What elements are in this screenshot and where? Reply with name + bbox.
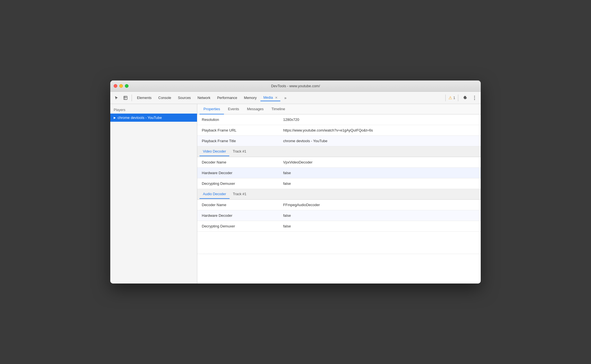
toolbar: Elements Console Sources Network Perform… bbox=[110, 92, 481, 104]
sidebar-item-label: chrome devtools - YouTube bbox=[118, 116, 162, 120]
table-row: Decoder Name VpxVideoDecoder bbox=[197, 157, 481, 168]
prop-value-vd-name: VpxVideoDecoder bbox=[279, 158, 481, 167]
tab-performance[interactable]: Performance bbox=[214, 95, 240, 101]
table-row: Decrypting Demuxer false bbox=[197, 221, 481, 232]
svg-point-2 bbox=[474, 97, 475, 98]
tab-video-track1[interactable]: Track #1 bbox=[229, 147, 249, 156]
prop-value-ad-name: FFmpegAudioDecoder bbox=[279, 200, 481, 209]
video-decoder-section-header: Video Decoder Track #1 bbox=[197, 146, 481, 157]
empty-row-1 bbox=[197, 232, 481, 254]
tab-media[interactable]: Media ✕ bbox=[260, 95, 280, 101]
audio-decoder-section-header: Audio Decoder Track #1 bbox=[197, 189, 481, 200]
more-options-button[interactable] bbox=[471, 94, 478, 102]
table-row: Decrypting Demuxer false bbox=[197, 178, 481, 189]
maximize-button[interactable] bbox=[125, 84, 129, 88]
svg-point-3 bbox=[474, 99, 475, 100]
traffic-lights bbox=[114, 84, 129, 88]
table-row: Hardware Decoder false bbox=[197, 168, 481, 178]
tab-messages[interactable]: Messages bbox=[243, 104, 267, 114]
toolbar-divider-1 bbox=[132, 95, 132, 101]
svg-point-1 bbox=[474, 96, 475, 96]
sidebar-item-youtube[interactable]: ▶ chrome devtools - YouTube bbox=[110, 114, 197, 122]
cursor-icon bbox=[114, 96, 119, 100]
toolbar-divider-2 bbox=[445, 95, 446, 101]
close-media-tab-icon[interactable]: ✕ bbox=[275, 96, 278, 99]
expand-triangle-icon: ▶ bbox=[114, 116, 116, 119]
table-row: Decoder Name FFmpegAudioDecoder bbox=[197, 200, 481, 210]
warning-icon: ⚠ bbox=[448, 95, 452, 100]
table-row: Playback Frame URL https://www.youtube.c… bbox=[197, 125, 481, 136]
tab-audio-decoder[interactable]: Audio Decoder bbox=[200, 190, 230, 199]
svg-rect-0 bbox=[124, 96, 127, 100]
tab-properties[interactable]: Properties bbox=[200, 104, 224, 114]
prop-key-ad-demux: Decrypting Demuxer bbox=[197, 222, 279, 231]
tab-memory[interactable]: Memory bbox=[241, 95, 259, 101]
prop-key-playback-title: Playback Frame Title bbox=[197, 136, 279, 146]
tab-events[interactable]: Events bbox=[224, 104, 243, 114]
window-title: DevTools - www.youtube.com/ bbox=[271, 84, 320, 88]
prop-key-playback-url: Playback Frame URL bbox=[197, 126, 279, 135]
table-row: Hardware Decoder false bbox=[197, 210, 481, 221]
tab-video-decoder[interactable]: Video Decoder bbox=[200, 147, 229, 156]
prop-key-vd-name: Decoder Name bbox=[197, 158, 279, 167]
warning-badge[interactable]: ⚠ 1 bbox=[448, 95, 455, 100]
gear-icon bbox=[463, 96, 467, 100]
tab-audio-track1[interactable]: Track #1 bbox=[230, 190, 250, 199]
main-panel: Properties Events Messages Timeline Reso… bbox=[197, 104, 481, 284]
prop-value-ad-demux: false bbox=[279, 222, 481, 231]
warning-count: 1 bbox=[453, 96, 455, 100]
inspect-icon-btn[interactable] bbox=[122, 94, 129, 102]
table-row: Resolution 1280x720 bbox=[197, 114, 481, 125]
empty-row-2 bbox=[197, 254, 481, 265]
prop-key-resolution: Resolution bbox=[197, 115, 279, 124]
settings-button[interactable] bbox=[461, 94, 469, 102]
inspect-icon bbox=[123, 96, 128, 100]
tab-console[interactable]: Console bbox=[155, 95, 174, 101]
more-options-icon bbox=[474, 96, 475, 100]
content-area: Players ▶ chrome devtools - YouTube Prop… bbox=[110, 104, 481, 284]
table-row: Playback Frame Title chrome devtools - Y… bbox=[197, 136, 481, 146]
sub-tabs-bar: Properties Events Messages Timeline bbox=[197, 104, 481, 114]
prop-value-ad-hw: false bbox=[279, 211, 481, 220]
title-bar: DevTools - www.youtube.com/ bbox=[110, 80, 481, 92]
prop-key-ad-hw: Hardware Decoder bbox=[197, 211, 279, 220]
tab-elements[interactable]: Elements bbox=[134, 95, 154, 101]
tab-network[interactable]: Network bbox=[195, 95, 213, 101]
toolbar-divider-3 bbox=[458, 95, 458, 101]
sidebar: Players ▶ chrome devtools - YouTube bbox=[110, 104, 197, 284]
more-tabs-button[interactable]: » bbox=[281, 94, 289, 102]
tab-sources[interactable]: Sources bbox=[175, 95, 194, 101]
prop-value-resolution: 1280x720 bbox=[279, 115, 481, 124]
prop-value-vd-hw: false bbox=[279, 168, 481, 178]
prop-key-vd-demux: Decrypting Demuxer bbox=[197, 179, 279, 188]
close-button[interactable] bbox=[114, 84, 117, 88]
prop-value-playback-url: https://www.youtube.com/watch?v=e1gAyQuI… bbox=[279, 126, 481, 135]
prop-key-vd-hw: Hardware Decoder bbox=[197, 168, 279, 178]
prop-value-playback-title: chrome devtools - YouTube bbox=[279, 136, 481, 146]
properties-table: Resolution 1280x720 Playback Frame URL h… bbox=[197, 114, 481, 284]
tab-timeline[interactable]: Timeline bbox=[267, 104, 289, 114]
minimize-button[interactable] bbox=[119, 84, 123, 88]
devtools-window: DevTools - www.youtube.com/ Elements Con… bbox=[110, 80, 481, 284]
sidebar-header: Players bbox=[110, 106, 197, 114]
prop-key-ad-name: Decoder Name bbox=[197, 200, 279, 209]
cursor-icon-btn[interactable] bbox=[113, 94, 120, 102]
toolbar-right: ⚠ 1 bbox=[444, 94, 478, 102]
prop-value-vd-demux: false bbox=[279, 179, 481, 188]
